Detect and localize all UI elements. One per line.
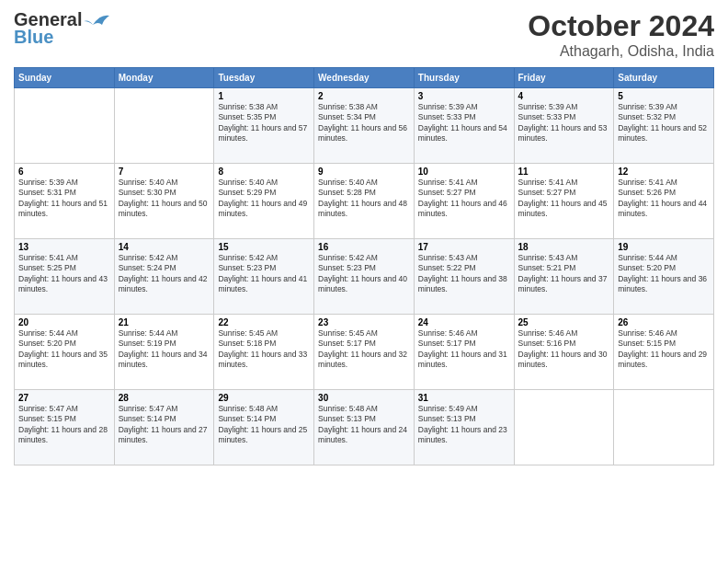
day-info: Sunrise: 5:41 AM Sunset: 5:27 PM Dayligh…: [518, 178, 610, 220]
day-number: 21: [119, 317, 210, 327]
weekday-header-saturday: Saturday: [614, 68, 714, 88]
calendar-cell: 18Sunrise: 5:43 AM Sunset: 5:21 PM Dayli…: [514, 239, 614, 315]
weekday-header-monday: Monday: [114, 68, 214, 88]
day-number: 10: [418, 167, 510, 177]
calendar-cell: 8Sunrise: 5:40 AM Sunset: 5:29 PM Daylig…: [214, 164, 314, 239]
calendar-title: October 2024: [528, 9, 714, 43]
title-area: October 2024 Athagarh, Odisha, India: [528, 9, 714, 60]
calendar-cell: 9Sunrise: 5:40 AM Sunset: 5:28 PM Daylig…: [314, 164, 415, 239]
day-info: Sunrise: 5:38 AM Sunset: 5:35 PM Dayligh…: [218, 102, 310, 144]
day-info: Sunrise: 5:39 AM Sunset: 5:32 PM Dayligh…: [618, 102, 710, 144]
logo-bird-icon: [84, 12, 109, 30]
day-number: 19: [618, 242, 710, 252]
day-info: Sunrise: 5:41 AM Sunset: 5:25 PM Dayligh…: [18, 253, 110, 295]
calendar-cell: [614, 390, 714, 465]
calendar-cell: 13Sunrise: 5:41 AM Sunset: 5:25 PM Dayli…: [15, 239, 115, 315]
day-number: 29: [218, 393, 310, 403]
weekday-header-wednesday: Wednesday: [314, 68, 415, 88]
calendar-cell: 12Sunrise: 5:41 AM Sunset: 5:26 PM Dayli…: [614, 164, 714, 239]
calendar-cell: 23Sunrise: 5:45 AM Sunset: 5:17 PM Dayli…: [314, 315, 415, 390]
day-number: 26: [618, 317, 710, 327]
calendar-cell: 19Sunrise: 5:44 AM Sunset: 5:20 PM Dayli…: [614, 239, 714, 315]
day-info: Sunrise: 5:42 AM Sunset: 5:23 PM Dayligh…: [318, 253, 410, 295]
day-number: 8: [218, 167, 310, 177]
day-info: Sunrise: 5:46 AM Sunset: 5:15 PM Dayligh…: [618, 328, 710, 371]
header: General Blue October 2024 Athagarh, Odis…: [14, 9, 714, 60]
calendar-week-2: 6Sunrise: 5:39 AM Sunset: 5:31 PM Daylig…: [15, 164, 714, 239]
day-info: Sunrise: 5:45 AM Sunset: 5:18 PM Dayligh…: [218, 328, 310, 371]
calendar-cell: 16Sunrise: 5:42 AM Sunset: 5:23 PM Dayli…: [314, 239, 415, 315]
day-number: 13: [18, 242, 110, 252]
day-info: Sunrise: 5:40 AM Sunset: 5:29 PM Dayligh…: [218, 178, 310, 220]
day-number: 6: [18, 167, 110, 177]
calendar-cell: 24Sunrise: 5:46 AM Sunset: 5:17 PM Dayli…: [414, 315, 514, 390]
calendar-week-5: 27Sunrise: 5:47 AM Sunset: 5:15 PM Dayli…: [15, 390, 714, 465]
day-info: Sunrise: 5:45 AM Sunset: 5:17 PM Dayligh…: [318, 328, 410, 371]
day-info: Sunrise: 5:44 AM Sunset: 5:20 PM Dayligh…: [618, 253, 710, 295]
calendar-cell: 31Sunrise: 5:49 AM Sunset: 5:13 PM Dayli…: [414, 390, 514, 465]
day-info: Sunrise: 5:40 AM Sunset: 5:28 PM Dayligh…: [318, 178, 410, 220]
day-info: Sunrise: 5:47 AM Sunset: 5:15 PM Dayligh…: [18, 404, 110, 446]
day-info: Sunrise: 5:49 AM Sunset: 5:13 PM Dayligh…: [418, 404, 510, 446]
day-number: 15: [218, 242, 310, 252]
logo: General Blue: [14, 9, 109, 48]
day-info: Sunrise: 5:48 AM Sunset: 5:13 PM Dayligh…: [318, 404, 410, 446]
calendar-cell: 29Sunrise: 5:48 AM Sunset: 5:14 PM Dayli…: [214, 390, 314, 465]
calendar-cell: 6Sunrise: 5:39 AM Sunset: 5:31 PM Daylig…: [15, 164, 115, 239]
day-number: 12: [618, 167, 710, 177]
day-number: 20: [18, 317, 110, 327]
calendar-cell: [514, 390, 614, 465]
calendar-subtitle: Athagarh, Odisha, India: [528, 43, 714, 60]
calendar-cell: 17Sunrise: 5:43 AM Sunset: 5:22 PM Dayli…: [414, 239, 514, 315]
day-number: 4: [518, 91, 610, 101]
calendar-cell: 5Sunrise: 5:39 AM Sunset: 5:32 PM Daylig…: [614, 88, 714, 164]
day-number: 25: [518, 317, 610, 327]
weekday-header-row: SundayMondayTuesdayWednesdayThursdayFrid…: [15, 68, 714, 88]
day-number: 17: [418, 242, 510, 252]
day-info: Sunrise: 5:41 AM Sunset: 5:27 PM Dayligh…: [418, 178, 510, 220]
day-number: 16: [318, 242, 410, 252]
logo-blue: Blue: [14, 27, 53, 48]
day-number: 5: [618, 91, 710, 101]
calendar-week-1: 1Sunrise: 5:38 AM Sunset: 5:35 PM Daylig…: [15, 88, 714, 164]
day-info: Sunrise: 5:46 AM Sunset: 5:17 PM Dayligh…: [418, 328, 510, 371]
calendar-cell: 25Sunrise: 5:46 AM Sunset: 5:16 PM Dayli…: [514, 315, 614, 390]
calendar-cell: 20Sunrise: 5:44 AM Sunset: 5:20 PM Dayli…: [15, 315, 115, 390]
day-number: 18: [518, 242, 610, 252]
day-info: Sunrise: 5:42 AM Sunset: 5:24 PM Dayligh…: [119, 253, 210, 295]
day-number: 3: [418, 91, 510, 101]
day-info: Sunrise: 5:44 AM Sunset: 5:19 PM Dayligh…: [119, 328, 210, 371]
calendar-cell: 3Sunrise: 5:39 AM Sunset: 5:33 PM Daylig…: [414, 88, 514, 164]
calendar-week-3: 13Sunrise: 5:41 AM Sunset: 5:25 PM Dayli…: [15, 239, 714, 315]
calendar-cell: 21Sunrise: 5:44 AM Sunset: 5:19 PM Dayli…: [114, 315, 214, 390]
calendar-table: SundayMondayTuesdayWednesdayThursdayFrid…: [14, 67, 714, 465]
day-info: Sunrise: 5:43 AM Sunset: 5:21 PM Dayligh…: [518, 253, 610, 295]
calendar-cell: 2Sunrise: 5:38 AM Sunset: 5:34 PM Daylig…: [314, 88, 415, 164]
day-number: 2: [318, 91, 410, 101]
day-info: Sunrise: 5:41 AM Sunset: 5:26 PM Dayligh…: [618, 178, 710, 220]
page: General Blue October 2024 Athagarh, Odis…: [0, 0, 728, 563]
day-info: Sunrise: 5:48 AM Sunset: 5:14 PM Dayligh…: [218, 404, 310, 446]
calendar-cell: 1Sunrise: 5:38 AM Sunset: 5:35 PM Daylig…: [214, 88, 314, 164]
calendar-cell: 4Sunrise: 5:39 AM Sunset: 5:33 PM Daylig…: [514, 88, 614, 164]
weekday-header-thursday: Thursday: [414, 68, 514, 88]
calendar-cell: [15, 88, 115, 164]
day-number: 27: [18, 393, 110, 403]
day-number: 28: [119, 393, 210, 403]
calendar-cell: 7Sunrise: 5:40 AM Sunset: 5:30 PM Daylig…: [114, 164, 214, 239]
day-info: Sunrise: 5:39 AM Sunset: 5:33 PM Dayligh…: [518, 102, 610, 144]
weekday-header-sunday: Sunday: [15, 68, 115, 88]
day-info: Sunrise: 5:40 AM Sunset: 5:30 PM Dayligh…: [119, 178, 210, 220]
day-number: 31: [418, 393, 510, 403]
day-number: 1: [218, 91, 310, 101]
day-info: Sunrise: 5:44 AM Sunset: 5:20 PM Dayligh…: [18, 328, 110, 371]
day-info: Sunrise: 5:43 AM Sunset: 5:22 PM Dayligh…: [418, 253, 510, 295]
day-info: Sunrise: 5:38 AM Sunset: 5:34 PM Dayligh…: [318, 102, 410, 144]
day-info: Sunrise: 5:46 AM Sunset: 5:16 PM Dayligh…: [518, 328, 610, 371]
calendar-cell: 30Sunrise: 5:48 AM Sunset: 5:13 PM Dayli…: [314, 390, 415, 465]
day-number: 30: [318, 393, 410, 403]
calendar-week-4: 20Sunrise: 5:44 AM Sunset: 5:20 PM Dayli…: [15, 315, 714, 390]
calendar-cell: 28Sunrise: 5:47 AM Sunset: 5:14 PM Dayli…: [114, 390, 214, 465]
calendar-cell: 26Sunrise: 5:46 AM Sunset: 5:15 PM Dayli…: [614, 315, 714, 390]
day-number: 7: [119, 167, 210, 177]
